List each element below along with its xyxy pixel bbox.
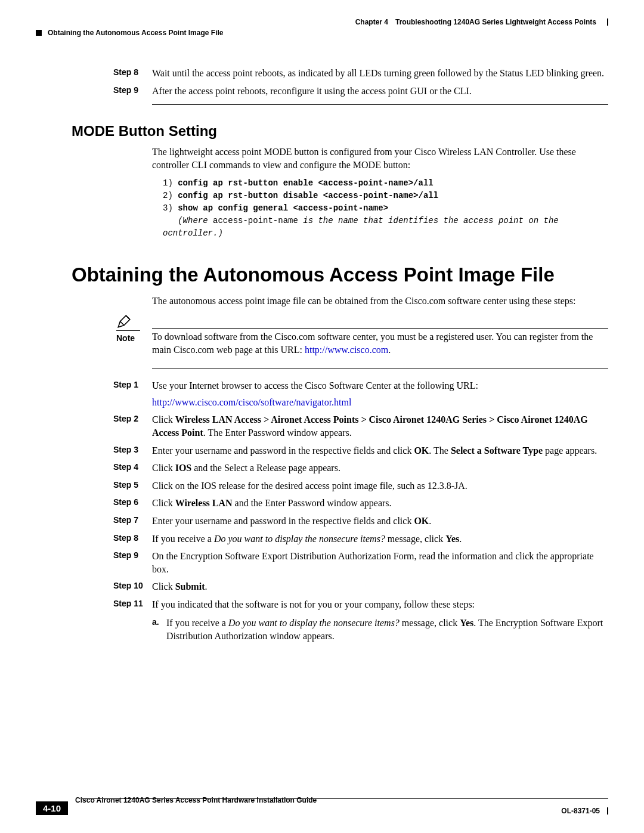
breadcrumb-text: Obtaining the Autonomous Access Point Im…: [48, 29, 223, 37]
step-body: Click Wireless LAN Access > Aironet Acce…: [152, 413, 608, 439]
text: .: [429, 516, 431, 526]
bold: Select a Software Type: [451, 445, 543, 456]
cli-num: 2): [163, 191, 173, 200]
step-label: Step 8: [113, 67, 152, 80]
step-body: Click Submit.: [152, 580, 608, 593]
text: .: [388, 345, 391, 355]
text: If you receive a: [166, 618, 228, 628]
step-body: Enter your username and password in the …: [152, 444, 608, 457]
paragraph: The lightweight access point MODE button…: [152, 145, 608, 171]
substep-body: If you receive a Do you want to display …: [166, 617, 608, 642]
substep-label: a.: [152, 617, 166, 642]
step-row: Step 8 If you receive a Do you want to d…: [113, 532, 608, 546]
note-body: To download software from the Cisco.com …: [152, 328, 608, 356]
text: Click: [152, 581, 175, 592]
step-label: Step 11: [113, 598, 152, 643]
note-pencil-icon: [116, 314, 132, 329]
italic: Do you want to display the nonsecure ite…: [228, 618, 400, 628]
step-row: Step 4 Click IOS and the Select a Releas…: [113, 462, 608, 475]
paragraph: The autonomous access point image file c…: [152, 295, 608, 308]
cli-note: (Where: [178, 216, 213, 225]
step-body: Click IOS and the Select a Release page …: [152, 462, 608, 475]
step-label: Step 9: [113, 550, 152, 575]
step-row: Step 5 Click on the IOS release for the …: [113, 479, 608, 493]
text: message, click: [400, 618, 460, 628]
text: Enter your username and password in the …: [152, 516, 414, 526]
step-body: After the access point reboots, reconfig…: [152, 85, 608, 98]
chapter-title: Troubleshooting 1240AG Series Lightweigh…: [395, 18, 596, 26]
step-row: Step 3 Enter your username and password …: [113, 444, 608, 457]
doc-id-text: OL-8371-05: [561, 807, 600, 815]
step-label: Step 6: [113, 497, 152, 510]
step-body: On the Encryption Software Export Distri…: [152, 550, 608, 575]
text: Click: [152, 414, 175, 425]
bold: Yes: [445, 534, 459, 544]
cli-command: show ap config general <access-point-nam…: [178, 203, 388, 213]
link-navigator[interactable]: http://www.cisco.com/cisco/software/navi…: [152, 396, 351, 409]
bold: Wireless LAN: [175, 498, 233, 508]
running-header: Chapter 4 Troubleshooting 1240AG Series …: [36, 18, 608, 26]
step-label: Step 1: [113, 379, 152, 408]
text: Click: [152, 463, 175, 473]
document-id: OL-8371-05: [561, 807, 608, 815]
step-body: Use your Internet browser to access the …: [152, 379, 608, 408]
substep-row: a. If you receive a Do you want to displ…: [152, 617, 608, 642]
heading-mode-button: MODE Button Setting: [72, 123, 608, 140]
bold: Submit: [175, 581, 205, 592]
text: Click: [152, 498, 175, 508]
step-body: Click on the IOS release for the desired…: [152, 479, 608, 493]
step-body: If you indicated that the software is no…: [152, 598, 608, 643]
cli-command: config ap rst-button enable <access-poin…: [178, 178, 433, 188]
cli-command: config ap rst-button disable <access-poi…: [178, 191, 438, 200]
text: and the Select a Release page appears.: [191, 463, 340, 473]
step-body: Click Wireless LAN and the Enter Passwor…: [152, 497, 608, 510]
page-number-badge: 4-10: [36, 801, 68, 815]
header-rule-icon: [607, 18, 608, 26]
text: .: [205, 581, 207, 592]
text: (Where: [178, 216, 213, 225]
bold: Yes: [460, 618, 473, 628]
text: page appears.: [543, 445, 597, 456]
step-label: Step 5: [113, 479, 152, 493]
cli-num: 1): [163, 178, 173, 188]
footer-rule-icon: [607, 807, 608, 815]
text: and the Enter Password window appears.: [233, 498, 392, 508]
heading-obtaining: Obtaining the Autonomous Access Point Im…: [72, 264, 608, 286]
step-label: Step 7: [113, 515, 152, 528]
step-row: Step 1 Use your Internet browser to acce…: [113, 379, 608, 408]
cli-block: 1) config ap rst-button enable <access-p…: [163, 177, 608, 240]
page-footer: 4-10 Cisco Aironet 1240AG Series Access …: [36, 798, 608, 815]
text: .: [459, 534, 462, 544]
horizontal-rule: [152, 104, 608, 105]
step-row: Step 9 After the access point reboots, r…: [113, 85, 608, 98]
horizontal-rule: [152, 368, 608, 368]
step-label: Step 4: [113, 462, 152, 475]
note-block: Note To download software from the Cisco…: [116, 314, 608, 356]
step-row: Step 7 Enter your username and password …: [113, 515, 608, 528]
bold: OK: [414, 516, 429, 526]
step-body: Enter your username and password in the …: [152, 515, 608, 528]
step-row: Step 6 Click Wireless LAN and the Enter …: [113, 497, 608, 510]
bold: OK: [414, 445, 429, 456]
step-row: Step 9 On the Encryption Software Export…: [113, 550, 608, 575]
breadcrumb: Obtaining the Autonomous Access Point Im…: [36, 29, 608, 37]
step-row: Step 2 Click Wireless LAN Access > Airon…: [113, 413, 608, 439]
text: . The Enter Password window appears.: [203, 428, 352, 438]
step-label: Step 3: [113, 444, 152, 457]
text: If you indicated that the software is no…: [152, 599, 475, 609]
text: Enter your username and password in the …: [152, 445, 414, 456]
step-row: Step 10 Click Submit.: [113, 580, 608, 593]
text: Use your Internet browser to access the …: [152, 380, 478, 391]
cli-num: 3): [163, 203, 173, 213]
text: If you receive a: [152, 534, 214, 544]
step-body: Wait until the access point reboots, as …: [152, 67, 608, 80]
step-label: Step 9: [113, 85, 152, 98]
guide-title: Cisco Aironet 1240AG Series Access Point…: [75, 796, 561, 804]
step-label: Step 10: [113, 580, 152, 593]
link-cisco[interactable]: http://www.cisco.com: [305, 345, 388, 355]
step-row: Step 11 If you indicated that the softwa…: [113, 598, 608, 643]
text: message, click: [385, 534, 445, 544]
step-body: If you receive a Do you want to display …: [152, 532, 608, 546]
step-label: Step 2: [113, 413, 152, 439]
italic: Do you want to display the nonsecure ite…: [214, 534, 385, 544]
